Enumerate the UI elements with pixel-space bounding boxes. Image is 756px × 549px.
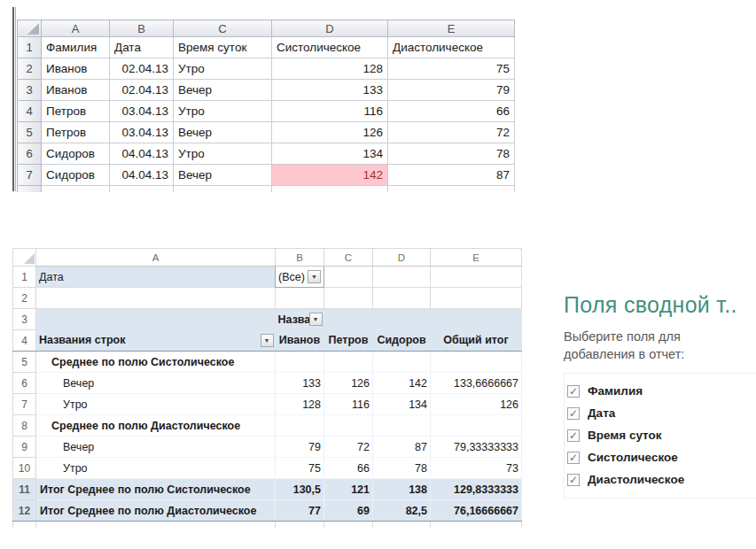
row-number[interactable]: 1 — [18, 37, 42, 58]
pivot-value-cell[interactable] — [324, 415, 373, 437]
row-number[interactable]: 7 — [18, 165, 42, 186]
cell-diastolic[interactable]: 66 — [388, 101, 515, 122]
filter-value-cell[interactable]: (Все) ▼ — [276, 267, 324, 288]
cell-date[interactable] — [110, 186, 174, 193]
row-number[interactable]: 6 — [13, 373, 36, 394]
row-number[interactable]: 12 — [13, 500, 36, 522]
filter-field-label[interactable]: Дата — [36, 267, 276, 288]
field-checkbox[interactable]: ✓ — [567, 407, 580, 420]
filter-dropdown-button[interactable]: ▼ — [308, 270, 321, 283]
cell-date[interactable]: 04.04.13 — [110, 143, 174, 165]
pivot-value-cell[interactable] — [324, 352, 373, 373]
pivot-value-cell[interactable]: 79,33333333 — [431, 437, 522, 458]
pivot-row-label[interactable]: Вечер — [36, 373, 276, 394]
empty-cell[interactable] — [36, 309, 276, 330]
cell-systolic[interactable] — [272, 186, 388, 193]
pivot-value-cell[interactable]: 76,16666667 — [431, 500, 522, 522]
empty-cell[interactable] — [324, 309, 373, 330]
empty-cell[interactable] — [324, 267, 373, 288]
cell-date[interactable]: 04.04.13 — [110, 165, 174, 186]
cell-header-time[interactable]: Время суток — [174, 37, 272, 58]
cell-familia[interactable] — [42, 186, 110, 193]
row-number[interactable]: 3 — [18, 80, 42, 101]
pivot-col-total[interactable]: Общий итог — [431, 330, 522, 352]
column-header-c[interactable]: C — [324, 249, 373, 267]
pivot-value-cell[interactable] — [276, 415, 324, 437]
row-number[interactable]: 4 — [13, 330, 36, 352]
pivot-value-cell[interactable]: 72 — [324, 437, 373, 458]
cell-time[interactable]: Утро — [174, 58, 272, 80]
empty-cell[interactable] — [431, 288, 522, 309]
cell-systolic[interactable]: 134 — [272, 143, 388, 165]
column-header-e[interactable]: E — [431, 249, 522, 267]
cell-header-dia[interactable]: Диастолическое — [388, 37, 515, 58]
row-number[interactable]: 3 — [13, 309, 36, 330]
cell-systolic[interactable]: 126 — [272, 122, 388, 143]
row-labels-dropdown-button[interactable]: ▼ — [261, 334, 274, 347]
pivot-value-cell[interactable] — [373, 415, 431, 437]
row-labels-header-cell[interactable]: Названия строк ▼ — [36, 330, 276, 352]
cell-date[interactable]: 02.04.13 — [110, 80, 174, 101]
row-number[interactable]: 4 — [18, 101, 42, 122]
cell-time[interactable]: Вечер — [174, 165, 272, 186]
pivot-value-cell[interactable]: 134 — [373, 394, 431, 415]
pivot-value-cell[interactable] — [276, 352, 324, 373]
cell-familia[interactable]: Сидоров — [42, 143, 110, 165]
pivot-value-cell[interactable]: 129,8333333 — [431, 479, 522, 500]
cell-diastolic[interactable]: 72 — [388, 122, 515, 143]
empty-cell[interactable] — [373, 522, 431, 529]
pivot-value-cell[interactable]: 116 — [324, 394, 373, 415]
cell-diastolic[interactable]: 78 — [388, 143, 515, 165]
cell-time[interactable] — [174, 186, 272, 193]
cell-familia[interactable]: Иванов — [42, 58, 110, 80]
row-number[interactable]: 5 — [18, 122, 42, 143]
pivot-row-label[interactable]: Утро — [36, 458, 276, 479]
row-number[interactable]: 5 — [13, 352, 36, 373]
empty-cell[interactable] — [36, 522, 276, 529]
select-all-corner[interactable] — [18, 20, 42, 37]
pivot-value-cell[interactable]: 142 — [373, 373, 431, 394]
empty-cell[interactable] — [324, 288, 373, 309]
column-field-dropdown-button[interactable]: ▼ — [309, 313, 323, 326]
cell-date[interactable]: 03.04.13 — [110, 122, 174, 143]
row-number[interactable]: 2 — [13, 288, 36, 309]
row-number[interactable]: 13 — [13, 522, 36, 529]
select-all-corner[interactable] — [13, 249, 36, 267]
pivot-value-cell[interactable]: 121 — [324, 479, 373, 500]
row-number[interactable]: 8 — [18, 186, 42, 193]
row-number[interactable]: 7 — [13, 394, 36, 415]
field-label[interactable]: Диастолическое — [588, 473, 684, 486]
empty-cell[interactable] — [276, 288, 324, 309]
empty-cell[interactable] — [431, 522, 522, 529]
column-header-c[interactable]: C — [174, 20, 272, 37]
cell-time[interactable]: Утро — [174, 143, 272, 165]
pivot-value-cell[interactable]: 77 — [276, 500, 324, 522]
pivot-value-cell[interactable]: 130,5 — [276, 479, 324, 500]
cell-systolic[interactable]: 116 — [272, 101, 388, 122]
pivot-col-sidorov[interactable]: Сидоров — [373, 330, 431, 352]
pivot-col-ivanov[interactable]: Иванов — [276, 330, 324, 352]
cell-systolic[interactable]: 133 — [272, 80, 388, 101]
empty-cell[interactable] — [373, 309, 431, 330]
pivot-value-cell[interactable]: 69 — [324, 500, 373, 522]
pivot-value-cell[interactable]: 138 — [373, 479, 431, 500]
cell-date[interactable]: 02.04.13 — [110, 58, 174, 80]
field-label[interactable]: Время суток — [588, 429, 662, 442]
cell-diastolic[interactable]: 79 — [388, 80, 515, 101]
cell-time[interactable]: Вечер — [174, 122, 272, 143]
pivot-row-label[interactable]: Среднее по полю Систолическое — [36, 352, 276, 373]
cell-diastolic[interactable]: 75 — [388, 58, 515, 80]
pivot-row-label[interactable]: Итог Среднее по полю Диастолическое — [36, 500, 276, 522]
column-header-b[interactable]: B — [276, 249, 324, 267]
pivot-value-cell[interactable]: 79 — [276, 437, 324, 458]
column-field-cell[interactable]: Назва ▼ — [276, 309, 324, 330]
row-number[interactable]: 8 — [13, 415, 36, 437]
pivot-value-cell[interactable]: 126 — [324, 373, 373, 394]
field-checkbox[interactable]: ✓ — [567, 452, 580, 464]
cell-header-sys[interactable]: Систолическое — [272, 37, 388, 58]
cell-systolic[interactable]: 128 — [272, 58, 388, 80]
pivot-value-cell[interactable]: 133,6666667 — [431, 373, 522, 394]
cell-date[interactable]: 03.04.13 — [110, 101, 174, 122]
row-number[interactable]: 11 — [13, 479, 36, 500]
field-checkbox[interactable]: ✓ — [567, 474, 580, 486]
